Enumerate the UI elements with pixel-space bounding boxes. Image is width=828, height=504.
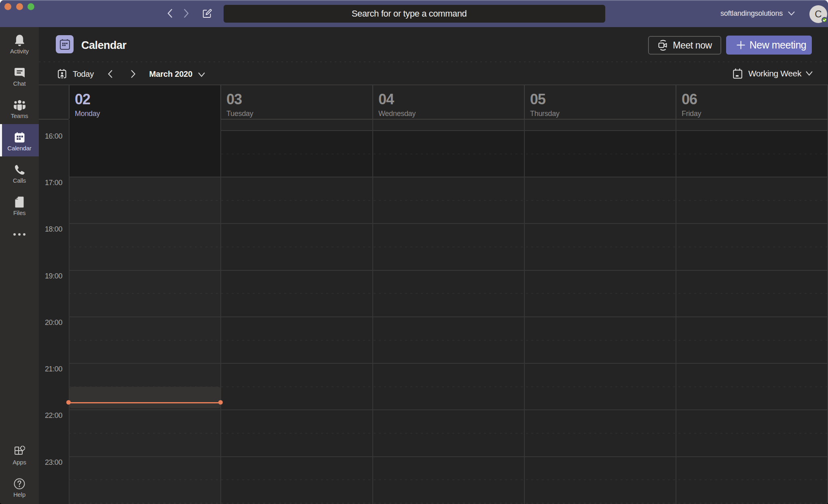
time-label: 19:00 (39, 272, 62, 280)
half-hour-line (69, 200, 828, 201)
sidebar-item-calls[interactable]: Calls (0, 156, 39, 189)
title-bar: Search for or type a command softlanding… (0, 0, 828, 27)
hour-line (69, 316, 828, 317)
sidebar-item-label: Activity (0, 48, 39, 55)
search-placeholder: Search for or type a command (352, 8, 467, 19)
day-header-tuesday[interactable]: 03 Tuesday (220, 85, 372, 119)
working-week-icon (733, 68, 742, 79)
half-hour-line (69, 340, 828, 341)
day-header-monday[interactable]: 02 Monday (69, 85, 220, 119)
sidebar-item-help[interactable]: Help (0, 470, 39, 503)
view-switcher[interactable]: Working Week (733, 61, 813, 85)
time-label: 17:00 (39, 179, 62, 187)
traffic-light-close-button[interactable] (4, 3, 11, 10)
history-back-button[interactable] (167, 9, 172, 18)
ellipsis-icon (0, 228, 39, 240)
day-number: 04 (378, 91, 394, 108)
day-name: Wednesday (378, 110, 416, 118)
calendar-icon (0, 131, 39, 143)
chevron-down-icon (806, 71, 813, 76)
day-number: 05 (530, 91, 545, 108)
month-selector[interactable]: March 2020 (149, 70, 192, 79)
day-header-friday[interactable]: 06 Friday (676, 85, 827, 119)
apps-icon (0, 445, 39, 458)
sidebar-item-files[interactable]: Files (0, 189, 39, 221)
page-title: Calendar (81, 39, 127, 52)
sidebar-item-label: Chat (0, 80, 39, 87)
sidebar-item-chat[interactable]: Chat (0, 59, 39, 92)
sidebar-item-more[interactable] (0, 221, 39, 253)
search-input[interactable]: Search for or type a command (224, 5, 605, 23)
hour-line (69, 409, 828, 410)
today-button[interactable]: Today (73, 70, 94, 79)
sidebar-item-calendar[interactable]: Calendar (0, 124, 39, 156)
view-switcher-label: Working Week (748, 69, 801, 78)
sidebar-item-label: Help (0, 491, 39, 498)
day-name: Thursday (530, 110, 560, 118)
teams-window: Search for or type a command softlanding… (0, 0, 828, 504)
now-indicator-dot-left (66, 400, 71, 405)
new-meeting-button[interactable]: New meeting (726, 36, 812, 55)
day-name: Friday (682, 110, 701, 118)
time-label: 23:00 (39, 458, 62, 466)
day-header-wednesday[interactable]: 04 Wednesday (372, 85, 524, 119)
chat-bubble-icon (0, 67, 39, 79)
history-forward-button[interactable] (184, 9, 189, 18)
today-column-working-block (69, 119, 220, 177)
bell-icon (0, 34, 39, 46)
now-indicator-line (69, 402, 221, 403)
sidebar-item-label: Calls (0, 177, 39, 184)
hour-line (69, 177, 828, 177)
org-name: softlandingsolutions (720, 9, 783, 18)
time-label: 21:00 (39, 365, 62, 373)
jump-to-today-icon (58, 69, 66, 79)
sidebar-item-teams[interactable]: Teams (0, 92, 39, 124)
video-camera-icon (657, 40, 669, 51)
column-border (372, 120, 373, 504)
day-name: Tuesday (226, 110, 253, 118)
sidebar-item-label: Calendar (0, 145, 39, 152)
time-label: 22:00 (39, 411, 62, 420)
chevron-down-icon (198, 72, 205, 77)
half-hour-line (69, 433, 828, 434)
sidebar-item-apps[interactable]: Apps (0, 438, 39, 470)
column-border (220, 120, 221, 504)
new-meeting-label: New meeting (750, 39, 806, 51)
time-label: 18:00 (39, 225, 62, 233)
now-indicator-dot-right (218, 400, 223, 405)
file-icon (0, 196, 39, 208)
new-chat-compose-icon[interactable] (203, 9, 212, 18)
calendar-grid[interactable]: 16:00 17:00 18:00 19:00 20:00 21:00 22:0… (39, 119, 828, 504)
page-header: Calendar Meet now New meeting (39, 27, 828, 62)
plus-icon (737, 41, 745, 49)
day-header-row: 02 Monday 03 Tuesday 04 Wednesday 05 Thu… (39, 85, 828, 119)
sidebar-item-label: Teams (0, 112, 39, 119)
help-icon (0, 478, 39, 490)
sidebar-item-activity[interactable]: Activity (0, 27, 39, 59)
hour-line (69, 363, 828, 364)
half-hour-line (69, 479, 828, 480)
meet-now-button[interactable]: Meet now (648, 36, 721, 55)
previous-week-button[interactable] (108, 70, 112, 78)
org-switcher[interactable]: softlandingsolutions (720, 0, 795, 27)
column-border (69, 120, 70, 504)
hour-line (69, 456, 828, 457)
day-number: 02 (75, 91, 90, 108)
column-border (676, 120, 676, 504)
chevron-down-icon (788, 11, 795, 16)
midnight-line (69, 503, 828, 504)
calendar-toolbar: Today March 2020 Working Week (39, 61, 828, 85)
traffic-light-zoom-button[interactable] (27, 3, 34, 10)
next-week-button[interactable] (131, 70, 136, 78)
day-number: 06 (682, 91, 697, 108)
avatar-initial: C (815, 8, 822, 20)
day-header-thursday[interactable]: 05 Thursday (524, 85, 676, 119)
traffic-light-minimize-button[interactable] (16, 3, 23, 10)
day-name: Monday (75, 110, 100, 118)
presence-available-icon (822, 17, 828, 23)
app-sidebar: Activity Chat (0, 27, 39, 504)
hour-line (69, 270, 828, 271)
phone-icon (0, 164, 39, 176)
day-number: 03 (226, 91, 242, 108)
hour-line (69, 223, 828, 224)
